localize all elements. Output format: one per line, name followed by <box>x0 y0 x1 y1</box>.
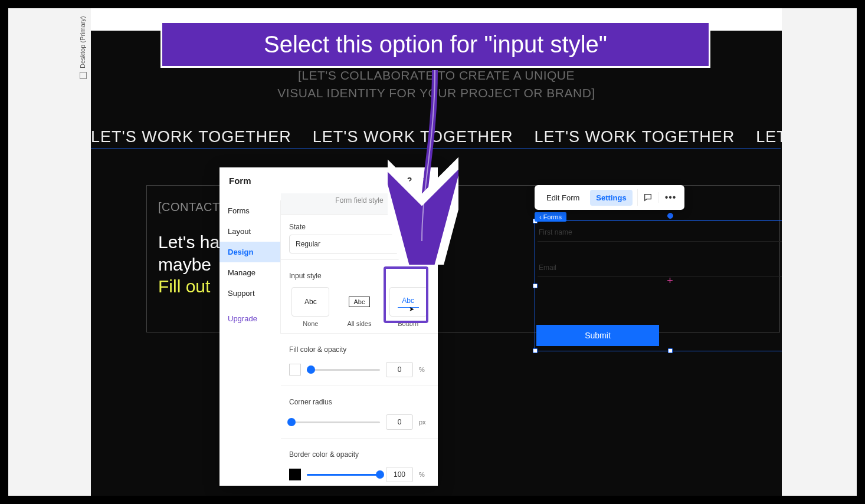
corner-radius-value[interactable]: 0 <box>386 414 413 430</box>
rotate-handle[interactable] <box>667 213 673 219</box>
option-caption: Bottom <box>398 320 418 327</box>
input-style-none[interactable]: Abc <box>291 287 329 317</box>
resize-handle[interactable] <box>533 348 538 353</box>
selection-tag[interactable]: Forms <box>535 212 566 222</box>
border-label: Border color & opacity <box>281 442 438 462</box>
marquee-text: LET'S WORK TOGETHER <box>756 128 782 146</box>
nav-design[interactable]: Design <box>219 242 280 262</box>
nav-forms[interactable]: Forms <box>219 200 280 221</box>
marquee-text: LET'S WORK TOGETHER <box>534 128 735 146</box>
nav-upgrade[interactable]: Upgrade <box>219 304 280 334</box>
fill-label: Fill color & opacity <box>281 337 438 357</box>
instruction-callout: Select this option for "input style" <box>160 21 710 68</box>
corner-radius-label: Corner radius <box>281 390 438 410</box>
nav-layout[interactable]: Layout <box>219 221 280 242</box>
unit-label: % <box>419 471 430 478</box>
panel-title: Form <box>229 176 251 186</box>
form-submit-button[interactable]: Submit <box>536 325 659 346</box>
input-style-all-sides[interactable]: Abc <box>340 287 378 317</box>
left-rail: Desktop (Primary) <box>8 8 91 496</box>
app-frame: Desktop (Primary) [LET'S COLLABORATE TO … <box>8 8 857 496</box>
more-icon[interactable]: ••• <box>658 192 679 203</box>
border-opacity-slider[interactable] <box>307 474 380 476</box>
marquee-text: LET'S WORK TOGETHER <box>91 128 291 146</box>
selected-form-element[interactable]: + First name Email Submit <box>535 220 782 351</box>
contact-label: [CONTACT <box>158 200 220 214</box>
edit-form-button[interactable]: Edit Form <box>540 190 585 206</box>
right-rail <box>782 8 857 496</box>
divider <box>281 386 438 386</box>
nav-support[interactable]: Support <box>219 283 280 304</box>
resize-handle[interactable] <box>533 284 538 288</box>
settings-button[interactable]: Settings <box>590 190 632 206</box>
comment-icon[interactable] <box>637 189 654 206</box>
element-toolbar: Edit Form Settings ••• <box>535 185 684 210</box>
border-opacity-value[interactable]: 100 <box>386 467 413 482</box>
form-field-email[interactable]: Email <box>538 261 782 277</box>
cursor-icon: ➤ <box>409 305 414 313</box>
fill-opacity-slider[interactable] <box>307 369 380 371</box>
panel-nav: Forms Layout Design Manage Support Upgra… <box>219 200 281 334</box>
divider <box>281 438 438 439</box>
callout-arrow-icon <box>388 70 458 265</box>
corner-radius-slider[interactable] <box>291 421 380 423</box>
input-style-bottom[interactable]: Abc ➤ <box>389 287 427 317</box>
divider <box>281 333 438 334</box>
contact-heading: Let's ha maybe Fill out <box>158 231 219 298</box>
unit-label: % <box>419 366 430 373</box>
input-style-options: Abc None Abc All sides Abc ➤ Bottom <box>281 284 438 330</box>
breakpoint-label: Desktop (Primary) <box>79 16 87 79</box>
option-caption: None <box>303 320 318 327</box>
option-caption: All sides <box>348 320 372 327</box>
nav-manage[interactable]: Manage <box>219 262 280 283</box>
fill-opacity-value[interactable]: 0 <box>386 362 413 377</box>
fill-color-swatch[interactable] <box>289 364 301 375</box>
border-color-swatch[interactable] <box>289 469 301 480</box>
form-field-firstname[interactable]: First name <box>538 226 782 242</box>
input-style-label: Input style <box>281 263 438 284</box>
unit-label: px <box>419 419 430 426</box>
resize-handle[interactable] <box>668 348 673 353</box>
